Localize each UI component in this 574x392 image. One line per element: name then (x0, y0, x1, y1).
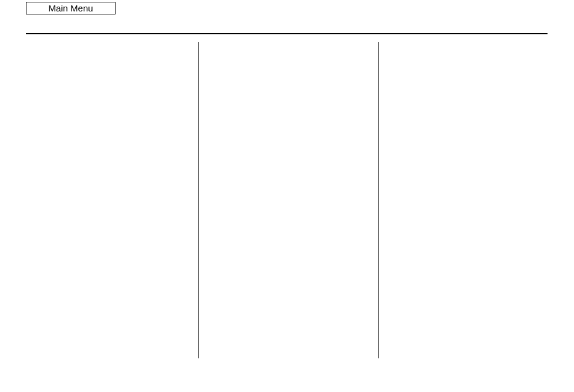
main-menu-label: Main Menu (48, 3, 93, 13)
vertical-divider-right (378, 42, 379, 358)
vertical-divider-left (198, 42, 199, 358)
main-menu-button[interactable]: Main Menu (26, 2, 116, 14)
horizontal-divider (26, 33, 548, 34)
